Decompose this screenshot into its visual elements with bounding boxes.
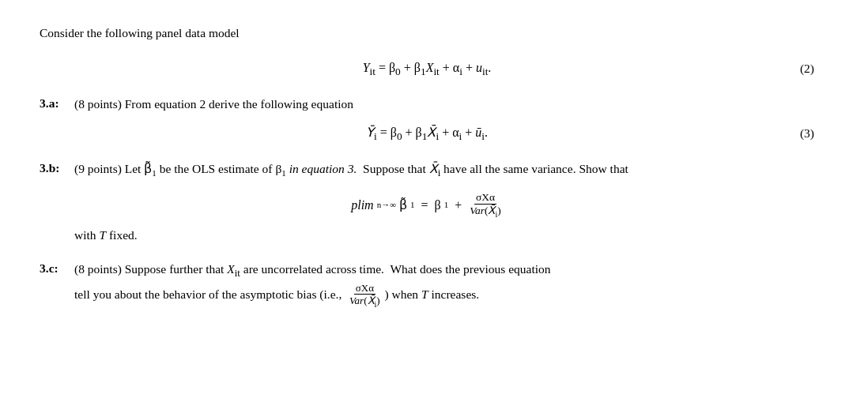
plim-eq-block: plimn→∞β̃1 = β1 + σXα Var(X̄i)	[40, 191, 814, 220]
equation-3-content: Ȳi = β0 + β1X̄i + αi + ūi.	[40, 122, 814, 145]
section-3c-label: 3.c:	[40, 259, 70, 279]
section-3b-text: (9 points) Let β̃1 be the OLS estimate o…	[74, 159, 628, 181]
inline-fraction: σXα Var(X̄i)	[348, 282, 382, 310]
section-3b-row: 3.b: (9 points) Let β̃1 be the OLS estim…	[40, 159, 814, 181]
page-content: Consider the following panel data model …	[40, 24, 814, 310]
section-3a-block: 3.a: (8 points) From equation 2 derive t…	[40, 94, 814, 145]
section-3c-text-continued: tell you about the behavior of the asymp…	[74, 282, 814, 310]
eq2-math: Yit = β0 + β1Xit + αi + uit.	[363, 61, 492, 74]
plim-math: plimn→∞β̃1 = β1 + σXα Var(X̄i)	[351, 191, 503, 220]
section-3b-block: 3.b: (9 points) Let β̃1 be the OLS estim…	[40, 159, 814, 245]
equation-2-content: Yit = β0 + β1Xit + αi + uit.	[40, 58, 814, 81]
plim-eq-content: plimn→∞β̃1 = β1 + σXα Var(X̄i)	[40, 191, 814, 220]
intro-text: Consider the following panel data model	[40, 24, 814, 43]
section-3b-label: 3.b:	[40, 159, 70, 178]
section-3c-block: 3.c: (8 points) Suppose further that Xit…	[40, 259, 814, 310]
fraction-numerator: σXα	[474, 191, 496, 205]
inline-fraction-denominator: Var(X̄i)	[348, 295, 382, 310]
eq3-math: Ȳi = β0 + β1X̄i + αi + ūi.	[366, 126, 488, 139]
when-text: when	[392, 287, 419, 301]
fraction-denominator: Var(X̄i)	[468, 205, 503, 220]
section-3c-text: (8 points) Suppose further that Xit are …	[74, 259, 551, 281]
section-3a-label: 3.a:	[40, 94, 70, 114]
intro-label: Consider the following panel data model	[40, 26, 240, 39]
equation-2-block: Yit = β0 + β1Xit + αi + uit. (2)	[40, 58, 814, 81]
with-T-text: with T fixed.	[74, 226, 814, 246]
section-3a-row: 3.a: (8 points) From equation 2 derive t…	[40, 94, 814, 115]
section-3a-text: (8 points) From equation 2 derive the fo…	[74, 94, 353, 115]
section-3c-row: 3.c: (8 points) Suppose further that Xit…	[40, 259, 814, 281]
inline-fraction-numerator: σXα	[354, 282, 376, 295]
eq3-number: (3)	[800, 124, 814, 144]
plim-fraction: σXα Var(X̄i)	[468, 191, 503, 220]
equation-3-block: Ȳi = β0 + β1X̄i + αi + ūi. (3)	[40, 122, 814, 145]
eq2-number: (2)	[800, 59, 814, 79]
